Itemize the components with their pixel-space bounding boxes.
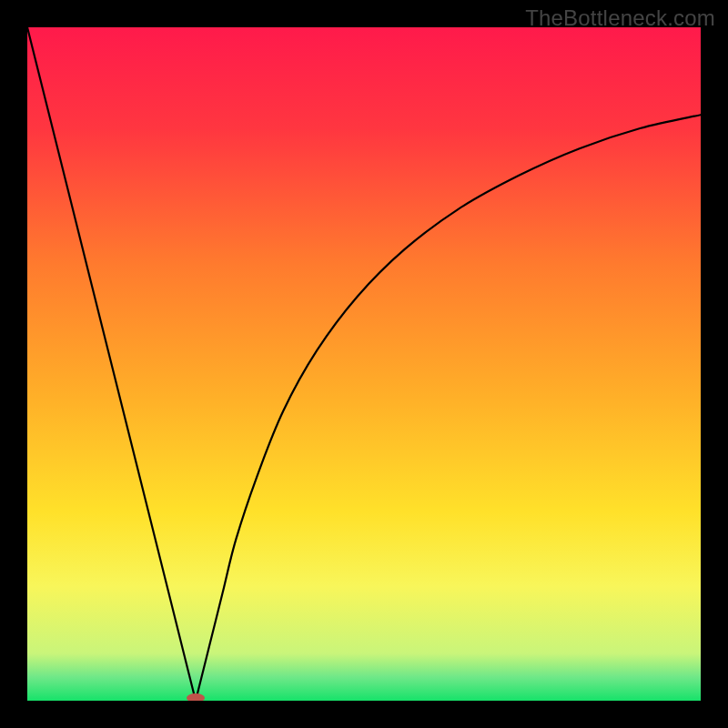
chart-plot bbox=[27, 27, 701, 701]
chart-frame: TheBottleneck.com bbox=[0, 0, 728, 728]
watermark-text: TheBottleneck.com bbox=[525, 5, 715, 31]
chart-background bbox=[27, 27, 701, 701]
